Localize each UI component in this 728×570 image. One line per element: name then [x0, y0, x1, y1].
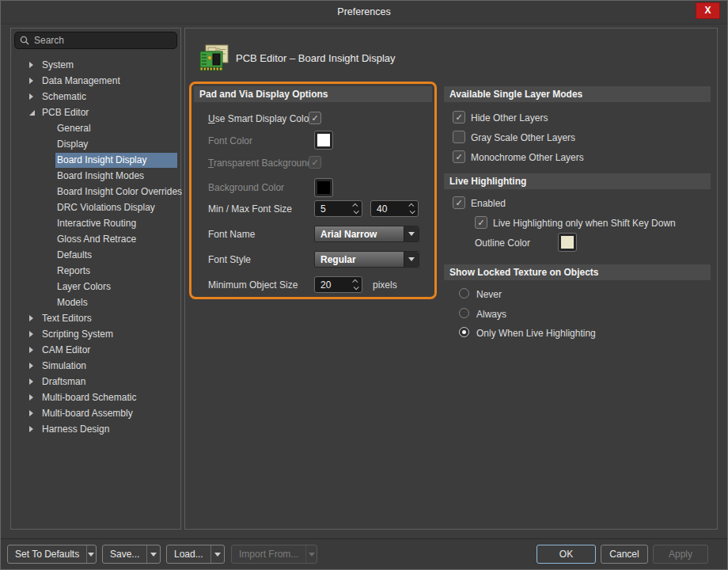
sidebar-item-drc-violations-display[interactable]: DRC Violations Display [11, 200, 180, 215]
chevron-right-icon[interactable] [29, 78, 33, 84]
sidebar-item-board-insight-display[interactable]: Board Insight Display [11, 152, 180, 168]
background-color-fill [317, 181, 330, 194]
outline-color-fill [561, 236, 574, 249]
font-color-fill [317, 134, 330, 146]
font-name-label: Font Name [208, 228, 255, 241]
sidebar-item-display[interactable]: Display [11, 136, 180, 152]
set-to-defaults-button[interactable]: Set To Defaults [7, 545, 97, 564]
cancel-button[interactable]: Cancel [601, 545, 648, 564]
sidebar-item-label: Multi-board Schematic [40, 390, 177, 405]
sidebar-item-board-insight-modes[interactable]: Board Insight Modes [11, 168, 180, 184]
sidebar-item-label: Interactive Routing [55, 216, 177, 231]
live-highlighting-enabled-checkbox[interactable]: ✓ [453, 196, 465, 209]
dropdown-arrow-icon [306, 553, 317, 557]
dropdown-arrow-icon[interactable] [404, 226, 419, 241]
chevron-expanded-icon[interactable] [29, 110, 35, 116]
chevron-right-icon[interactable] [29, 394, 33, 401]
sidebar-item-label: Defaults [55, 248, 177, 263]
sidebar-item-layer-colors[interactable]: Layer Colors [11, 279, 180, 294]
sidebar-item-pcb-editor[interactable]: PCB Editor [11, 104, 180, 120]
pcb-editor-icon [199, 44, 229, 73]
sidebar-item-reports[interactable]: Reports [11, 263, 180, 279]
chevron-right-icon[interactable] [29, 410, 33, 416]
sidebar-item-harness-design[interactable]: Harness Design [11, 421, 180, 437]
background-color-label: Background Color [208, 181, 284, 194]
chevron-right-icon[interactable] [29, 62, 33, 68]
sidebar-item-draftsman[interactable]: Draftsman [11, 374, 180, 390]
sidebar-item-system[interactable]: System [11, 57, 180, 73]
shift-key-checkbox[interactable]: ✓ [475, 216, 487, 229]
chevron-right-icon[interactable] [29, 363, 33, 369]
font-color-label: Font Color [208, 135, 252, 147]
sidebar-item-board-insight-color-overrides[interactable]: Board Insight Color Overrides [11, 184, 180, 200]
import-from-button: Import From... [231, 545, 317, 564]
load-button[interactable]: Load... [166, 545, 225, 564]
font-name-value: Arial Narrow [315, 229, 404, 240]
never-radio[interactable] [459, 288, 469, 298]
outline-color-swatch[interactable] [558, 233, 577, 252]
gray-scale-other-layers-checkbox[interactable]: ✓ [453, 131, 465, 143]
sidebar-item-label: Layer Colors [55, 279, 177, 294]
transparent-background-checkbox: ✓ [309, 156, 321, 169]
font-style-dropdown[interactable]: Regular [314, 251, 419, 268]
search-box[interactable] [14, 32, 177, 49]
sidebar-item-schematic[interactable]: Schematic [11, 89, 180, 104]
sidebar-item-scripting-system[interactable]: Scripting System [11, 326, 180, 342]
sidebar-item-gloss-and-retrace[interactable]: Gloss And Retrace [11, 231, 180, 247]
sidebar-item-label: Gloss And Retrace [55, 232, 177, 247]
always-radio[interactable] [459, 308, 469, 318]
hide-other-layers-checkbox[interactable]: ✓ [453, 111, 465, 124]
spinner-chevrons-icon[interactable] [405, 203, 418, 214]
minimum-object-size-label: Minimum Object Size [208, 279, 298, 291]
chevron-right-icon[interactable] [29, 426, 33, 432]
search-input[interactable] [34, 35, 172, 46]
spinner-chevrons-icon[interactable] [349, 203, 362, 214]
max-font-size-value: 40 [371, 203, 405, 215]
min-font-size-value: 5 [315, 203, 349, 215]
sidebar-item-label: Harness Design [40, 422, 177, 437]
max-font-size-spinner[interactable]: 40 [370, 200, 419, 217]
chevron-right-icon[interactable] [29, 378, 33, 385]
monochrome-other-layers-checkbox[interactable]: ✓ [453, 150, 465, 163]
preferences-dialog: Preferences X System Data Management Sch… [0, 0, 728, 570]
dropdown-arrow-icon[interactable] [404, 252, 419, 267]
sidebar-item-simulation[interactable]: Simulation [11, 358, 180, 374]
spinner-chevrons-icon[interactable] [349, 279, 362, 290]
sidebar-item-label: Simulation [40, 359, 177, 374]
font-style-value: Regular [315, 254, 404, 265]
title-bar: Preferences X [1, 1, 727, 25]
chevron-right-icon[interactable] [29, 347, 33, 353]
sidebar-item-general[interactable]: General [11, 120, 180, 136]
sidebar-item-defaults[interactable]: Defaults [11, 247, 180, 263]
minimum-object-size-value: 20 [315, 279, 349, 291]
sidebar-item-interactive-routing[interactable]: Interactive Routing [11, 215, 180, 231]
transparent-background-label: Transparent Background [208, 157, 313, 169]
minimum-object-size-spinner[interactable]: 20 [314, 276, 362, 293]
save-button[interactable]: Save... [102, 545, 161, 564]
ok-label: OK [537, 549, 595, 560]
sidebar-item-data-management[interactable]: Data Management [11, 73, 180, 89]
sidebar-item-label: Schematic [40, 89, 177, 104]
ok-button[interactable]: OK [537, 545, 596, 564]
sidebar-item-multi-board-assembly[interactable]: Multi-board Assembly [11, 405, 180, 421]
chevron-right-icon[interactable] [29, 331, 33, 337]
close-button[interactable]: X [696, 2, 720, 19]
sidebar-item-multi-board-schematic[interactable]: Multi-board Schematic [11, 390, 180, 405]
only-when-live-highlighting-radio[interactable] [459, 327, 469, 337]
sidebar-item-label: DRC Violations Display [55, 200, 177, 215]
chevron-right-icon[interactable] [29, 93, 33, 100]
min-font-size-spinner[interactable]: 5 [314, 200, 362, 217]
font-color-swatch[interactable] [314, 131, 333, 150]
sidebar-item-label: Board Insight Color Overrides [55, 184, 182, 200]
sidebar-item-models[interactable]: Models [11, 294, 180, 310]
chevron-right-icon[interactable] [29, 315, 33, 321]
dropdown-arrow-icon[interactable] [147, 553, 160, 557]
section-header-live-highlighting: Live Highlighting [444, 173, 711, 189]
dropdown-arrow-icon[interactable] [211, 553, 224, 557]
sidebar-item-cam-editor[interactable]: CAM Editor [11, 342, 180, 358]
use-smart-display-color-checkbox[interactable]: ✓ [309, 112, 321, 124]
dropdown-arrow-icon[interactable] [87, 553, 96, 557]
font-name-dropdown[interactable]: Arial Narrow [314, 226, 419, 242]
hide-other-layers-label: Hide Other Layers [471, 112, 548, 124]
sidebar-item-text-editors[interactable]: Text Editors [11, 310, 180, 326]
